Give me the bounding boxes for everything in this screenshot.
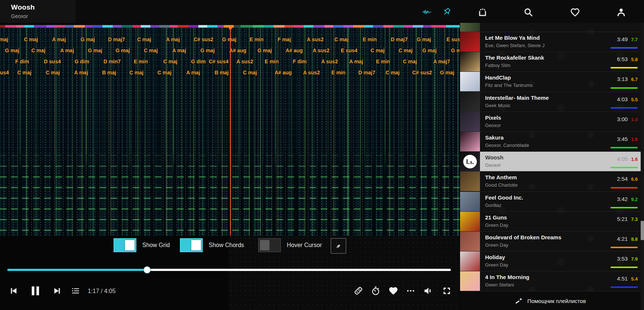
strip-segment (217, 25, 224, 28)
now-playing-logo (463, 155, 477, 168)
playlist-item[interactable]: Boulevard of Broken DreamsGreen Day4:218… (460, 232, 644, 251)
playlist-item[interactable]: WooshGeoxor4:051.6 (460, 152, 644, 172)
strip-segment (423, 25, 431, 28)
track-duration-score: 3:451.6 (617, 136, 638, 142)
playlist-item[interactable]: 4 In The MorningGwen Stefani4:515.4 (460, 271, 644, 291)
strip-segment (313, 25, 324, 28)
chord-color-strip[interactable] (0, 25, 460, 28)
chord-label: C maj (31, 47, 45, 53)
track-artist: Gorillaz (485, 202, 501, 208)
album-art (460, 32, 480, 52)
track-artist: Green Day (485, 262, 508, 268)
volume-icon[interactable] (423, 286, 433, 296)
remote-icon[interactable] (353, 285, 364, 296)
playlist-item[interactable]: 21 GunsGreen Day5:217.3 (460, 212, 644, 232)
track-score: 6.7 (631, 77, 638, 82)
magic-wand-icon (515, 297, 523, 305)
fullscreen-icon[interactable] (442, 286, 452, 296)
account-icon[interactable] (616, 7, 626, 17)
seek-bar[interactable] (7, 269, 451, 271)
strip-segment (170, 25, 178, 28)
album-art (460, 271, 480, 291)
playlist-item-partial[interactable] (460, 23, 644, 32)
seek-knob[interactable] (143, 267, 150, 274)
strip-segment (207, 25, 217, 28)
album-art (460, 152, 480, 171)
track-artist: Geek Music (485, 103, 511, 108)
previous-track-button[interactable] (8, 286, 18, 296)
track-duration: 3:13 (617, 76, 628, 82)
app-window: Woosh Geoxor majC majA majG majD m (0, 0, 644, 310)
track-artist: Fitz and The Tantrums (485, 82, 533, 88)
playlist-item[interactable]: HandClapFitz and The Tantrums3:136.7 (460, 72, 644, 92)
chord-label: C maj (129, 70, 143, 75)
chord-label: G maj (201, 47, 215, 53)
playlist-item[interactable]: Let Me Blow Ya MindEve, Gwen Stefani, St… (460, 32, 644, 52)
strip-segment (253, 25, 264, 28)
album-art (460, 251, 480, 271)
chord-label: A maj (186, 70, 200, 75)
strip-segment (133, 25, 141, 28)
releases-icon[interactable] (478, 7, 488, 17)
equalizer-icon (466, 159, 474, 164)
search-icon[interactable] (523, 7, 533, 17)
chord-label: G maj (451, 47, 460, 53)
chord-label: D maj7 (358, 70, 375, 75)
chord-label: G maj (116, 47, 130, 53)
track-duration-score: 3:537.9 (617, 256, 638, 262)
chord-label: A maj (172, 47, 186, 53)
chord-label: G maj (81, 36, 95, 42)
track-title: 4 In The Morning (485, 274, 529, 280)
track-title: Woosh (485, 154, 504, 161)
playlist-item[interactable]: PixelsGeoxor3:001.0 (460, 112, 644, 132)
playlist-item[interactable]: Interstellar- Main ThemeGeek Music4:035.… (460, 92, 644, 112)
pin-icon[interactable] (441, 7, 452, 17)
quill-button[interactable] (331, 238, 346, 254)
show-chords-toggle[interactable] (180, 238, 203, 252)
chord-label: C maj (137, 36, 151, 42)
playhead[interactable] (230, 28, 231, 236)
strip-segment (404, 25, 413, 28)
strip-segment (122, 25, 133, 28)
strip-segment (383, 25, 393, 28)
strip-segment (240, 25, 253, 28)
next-track-button[interactable] (53, 286, 62, 296)
strip-segment (198, 25, 207, 28)
playlist-helper-button[interactable]: Помощник плейлистов (460, 292, 641, 310)
track-duration-score: 2:546.6 (617, 176, 638, 182)
chord-label: A sus2 (236, 59, 253, 64)
strip-segment (46, 25, 55, 28)
hover-cursor-toggle[interactable] (258, 238, 281, 252)
spectrogram[interactable]: majC majA majG majD maj7C majA majC# sus… (0, 28, 460, 236)
chord-label: G dim (74, 59, 89, 64)
playlist-item[interactable]: The Rockafeller SkankFatboy Slim6:535.8 (460, 52, 644, 72)
favorites-icon[interactable] (570, 7, 580, 17)
playlist-item[interactable]: The AnthemGood Charlotte2:546.6 (460, 172, 644, 191)
chord-label: F dim (293, 59, 306, 64)
track-duration: 5:21 (617, 216, 628, 222)
favorite-track-icon[interactable] (389, 286, 398, 296)
chord-label: C maj (17, 70, 31, 75)
show-grid-toggle[interactable] (114, 238, 136, 252)
chord-label: D maj7 (391, 36, 408, 42)
waveform-icon[interactable] (422, 9, 432, 15)
pause-button[interactable] (29, 285, 42, 297)
now-playing-title: Woosh (11, 3, 35, 11)
queue-button[interactable] (71, 286, 80, 296)
playlist-scrollbar[interactable] (641, 23, 644, 310)
track-score: 7.3 (631, 216, 638, 222)
chord-label: A maj7 (433, 59, 450, 64)
track-duration-score: 4:051.6 (617, 156, 638, 162)
chord-label: E sus (446, 36, 460, 42)
scrollbar-thumb[interactable] (641, 221, 644, 240)
playlist-item[interactable]: HolidayGreen Day3:537.9 (460, 251, 644, 271)
strip-segment (189, 25, 198, 28)
chord-label: C# sus2 (194, 36, 213, 42)
playlist-item[interactable]: Feel Good Inc.Gorillaz3:429.2 (460, 192, 644, 212)
chord-label: E min (250, 36, 264, 42)
timer-icon[interactable] (370, 286, 381, 296)
track-score: 1.6 (631, 156, 638, 162)
playlist-item[interactable]: SakuraGeoxor, Canonblade3:451.6 (460, 132, 644, 152)
track-score: 7.9 (631, 256, 638, 262)
more-options-icon[interactable] (406, 286, 415, 296)
